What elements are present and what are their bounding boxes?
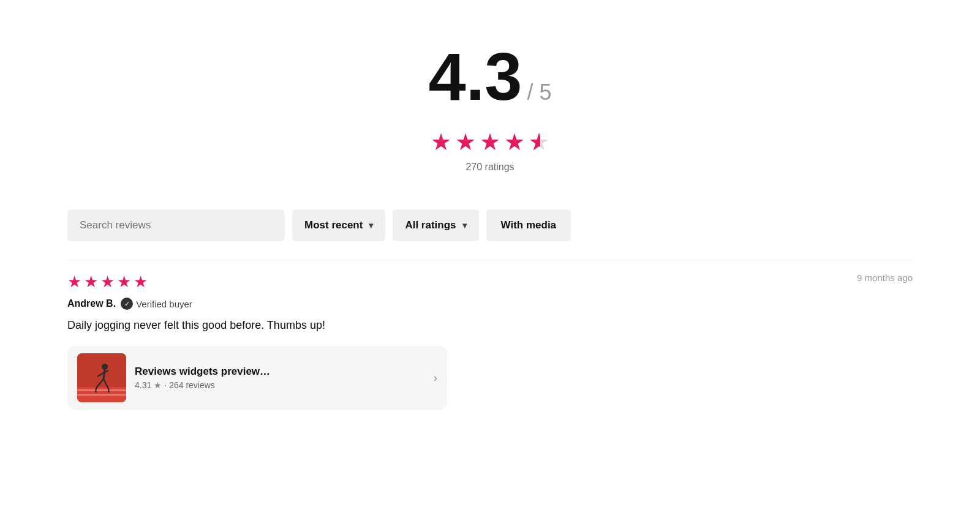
star-4: ★ — [504, 129, 525, 156]
media-filter-button[interactable]: With media — [486, 209, 571, 241]
rating-chevron-icon: ▾ — [462, 220, 467, 230]
search-input[interactable] — [67, 209, 285, 241]
review-stars: ★ ★ ★ ★ ★ — [67, 272, 148, 291]
sort-dropdown[interactable]: Most recent ▾ — [292, 209, 385, 241]
reviewer-name: Andrew B. — [67, 298, 116, 309]
media-filter-label: With media — [501, 219, 557, 231]
preview-thumb-svg — [77, 353, 126, 402]
svg-line-5 — [104, 370, 105, 379]
review-star-4: ★ — [117, 272, 131, 291]
preview-chevron-icon: › — [434, 372, 437, 385]
verified-icon: ✓ — [121, 298, 133, 310]
star-2: ★ — [455, 129, 476, 156]
ratings-count: 270 ratings — [67, 162, 913, 173]
verified-badge: ✓ Verified buyer — [121, 298, 192, 310]
star-3: ★ — [480, 129, 500, 156]
rating-score: 4.3 — [429, 43, 522, 110]
review-date: 9 months ago — [857, 272, 913, 283]
review-star-3: ★ — [100, 272, 115, 291]
review-text: Daily jogging never felt this good befor… — [67, 317, 913, 334]
filter-bar: Most recent ▾ All ratings ▾ With media — [67, 197, 913, 260]
review-header: ★ ★ ★ ★ ★ 9 months ago — [67, 272, 913, 291]
review-star-2: ★ — [84, 272, 98, 291]
review-star-1: ★ — [67, 272, 81, 291]
preview-card-title: Reviews widgets preview… — [135, 366, 425, 378]
rating-denom: / 5 — [527, 80, 551, 105]
preview-star-icon: ★ — [154, 380, 162, 390]
sort-chevron-icon: ▾ — [369, 220, 373, 230]
rating-summary: 4.3 / 5 ★ ★ ★ ★ ★ ★ 270 ratings — [67, 24, 913, 197]
preview-rating-value: 4.31 — [135, 380, 151, 390]
preview-thumbnail — [77, 353, 126, 402]
sort-label: Most recent — [304, 219, 363, 231]
preview-reviews-count: 264 reviews — [169, 380, 215, 390]
review-star-5: ★ — [134, 272, 148, 291]
preview-dot: · — [164, 380, 167, 390]
preview-card[interactable]: Reviews widgets preview… 4.31 ★ · 264 re… — [67, 346, 447, 410]
rating-label: All ratings — [405, 219, 456, 231]
rating-stars-row: ★ ★ ★ ★ ★ ★ — [67, 129, 913, 156]
rating-dropdown[interactable]: All ratings ▾ — [393, 209, 478, 241]
page-wrapper: 4.3 / 5 ★ ★ ★ ★ ★ ★ 270 ratings Most rec… — [31, 0, 949, 446]
verified-label: Verified buyer — [136, 299, 192, 309]
star-1: ★ — [431, 129, 451, 156]
review-item: ★ ★ ★ ★ ★ 9 months ago Andrew B. ✓ Verif… — [67, 260, 913, 422]
preview-info: Reviews widgets preview… 4.31 ★ · 264 re… — [135, 366, 425, 390]
star-5-half: ★ ★ — [529, 129, 549, 156]
rating-big: 4.3 / 5 — [67, 43, 913, 110]
svg-point-4 — [102, 364, 108, 370]
preview-card-meta: 4.31 ★ · 264 reviews — [135, 380, 425, 390]
reviewer-info: Andrew B. ✓ Verified buyer — [67, 298, 913, 310]
